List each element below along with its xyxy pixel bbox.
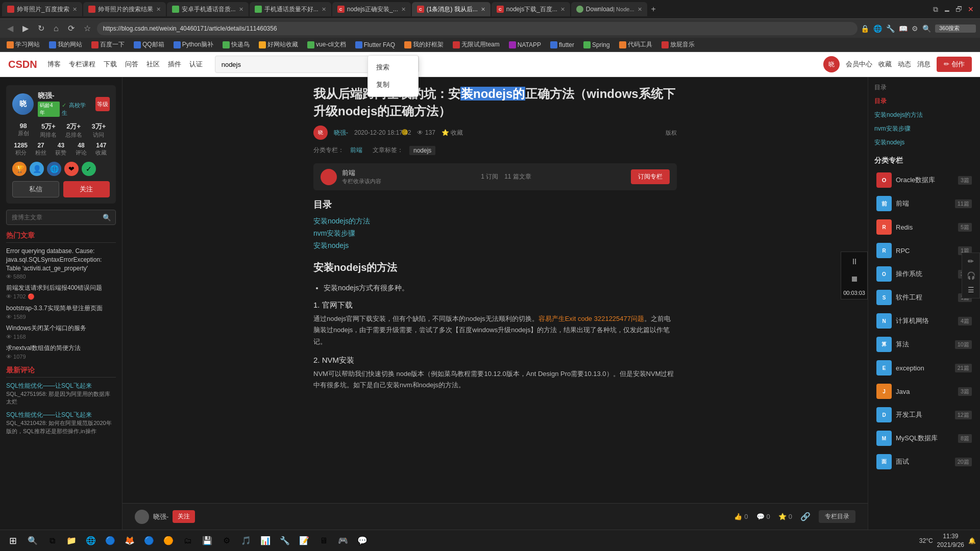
- classify-item-interview[interactable]: 面 面试 20篇: [874, 452, 974, 471]
- history-button[interactable]: ⟳: [65, 22, 78, 34]
- tab-baidu-photos1[interactable]: 帅哥照片_百度搜索 ✕: [2, 2, 82, 16]
- hot-article-3[interactable]: bootstrap-3.3.7实现简单登注册页面 👁 1589: [6, 304, 116, 320]
- tag-nodejs[interactable]: nodejs: [409, 146, 435, 155]
- share-icon[interactable]: 🔗: [800, 512, 811, 521]
- extension-icon-5[interactable]: ⚙: [912, 24, 918, 33]
- bottom-collect-action[interactable]: ⭐ 0: [778, 513, 792, 520]
- nav-blog[interactable]: 博客: [47, 60, 61, 69]
- tab-close-3[interactable]: ✕: [239, 6, 243, 13]
- toc-link-3[interactable]: 安装nodejs: [313, 241, 349, 249]
- exit-code-link[interactable]: 容易产生Exit code 3221225477问题: [538, 315, 644, 322]
- 360-search-input[interactable]: [935, 24, 976, 33]
- bookmark-music[interactable]: 放屁音乐: [659, 39, 697, 50]
- toc-panel-link-toc[interactable]: 目录: [874, 96, 974, 107]
- classify-item-se[interactable]: S 软件工程 1篇: [874, 288, 974, 307]
- taskbar-app-14[interactable]: 🎮: [334, 532, 352, 549]
- tab-nodejs-official[interactable]: Download | Node... ✕: [571, 2, 647, 16]
- classify-item-frontend[interactable]: 前 前端 11篇: [874, 194, 974, 213]
- toc-panel-link-nvm-steps[interactable]: nvm安装步骤: [874, 123, 974, 134]
- side-menu-button[interactable]: ☰: [964, 284, 977, 296]
- bookmark-natapp[interactable]: NATAPP: [506, 40, 544, 49]
- video-stop-button[interactable]: ⏹: [847, 271, 862, 287]
- classify-item-redis[interactable]: R Redis 5篇: [874, 217, 974, 237]
- classify-item-devtools[interactable]: D 开发工具 12篇: [874, 405, 974, 424]
- minimize-window-button[interactable]: 🗕: [943, 5, 950, 14]
- classify-item-exception[interactable]: E exception 21篇: [874, 358, 974, 378]
- taskbar-chrome[interactable]: 🔵: [140, 532, 158, 549]
- classify-item-mysql[interactable]: M MySQL数据库 8篇: [874, 429, 974, 448]
- taskbar-app-5[interactable]: 🟠: [160, 532, 177, 549]
- extension-icon-2[interactable]: 🌐: [873, 24, 882, 33]
- toc-link-1[interactable]: 安装nodejs的方法: [313, 217, 370, 225]
- restore-window-button[interactable]: ⧉: [933, 5, 938, 14]
- message-button[interactable]: 私信: [12, 181, 59, 197]
- bottom-like-action[interactable]: 👍 0: [734, 513, 748, 520]
- taskbar-app-12[interactable]: 📝: [296, 532, 313, 549]
- tab-close-4[interactable]: ✕: [322, 6, 326, 13]
- column-directory-button[interactable]: 专栏目录: [819, 510, 855, 523]
- bookmark-flutter-faq[interactable]: Flutter FAQ: [353, 40, 398, 49]
- bookmark-favorites[interactable]: 好网站收藏: [256, 39, 301, 50]
- bottom-comment-action[interactable]: 💬 0: [756, 513, 770, 520]
- bookmark-vuecli[interactable]: vue-cli文档: [305, 39, 349, 50]
- maximize-window-button[interactable]: 🗗: [955, 5, 963, 14]
- extension-icon-4[interactable]: 📖: [899, 24, 908, 33]
- tab-android-call[interactable]: 安卓手机通话音质... ✕: [167, 2, 249, 16]
- bookmark-qqmail[interactable]: QQ邮箱: [131, 39, 167, 50]
- hot-article-2[interactable]: 前端发送请求到后端报400错误问题 👁 1702 🔴: [6, 284, 116, 300]
- tab-close-6[interactable]: ✕: [481, 6, 485, 13]
- extension-icon-1[interactable]: 🔒: [861, 24, 869, 33]
- nav-updates[interactable]: 动态: [898, 60, 911, 69]
- nav-vip[interactable]: 会员中心: [846, 60, 872, 69]
- classify-item-oracle[interactable]: O Oracle数据库 3篇: [874, 170, 974, 190]
- extension-icon-3[interactable]: 🔧: [886, 24, 895, 33]
- classify-item-java[interactable]: J Java 3篇: [874, 382, 974, 401]
- refresh-button[interactable]: ↻: [35, 22, 47, 34]
- taskbar-app-6[interactable]: 🗂: [179, 532, 197, 549]
- bookmark-unlimited[interactable]: 无限试用team: [450, 39, 502, 50]
- taskbar-app-13[interactable]: 🖥: [315, 532, 332, 549]
- hot-article-5[interactable]: 求nextval数组值的简便方法 👁 1079: [6, 344, 116, 360]
- tab-close-1[interactable]: ✕: [72, 6, 77, 13]
- taskbar-ie[interactable]: 🔵: [102, 532, 119, 549]
- bookmark-button[interactable]: ☆: [81, 22, 94, 34]
- side-edit-button[interactable]: ✏: [964, 255, 977, 267]
- follow-button[interactable]: 关注: [63, 181, 110, 197]
- side-headset-button[interactable]: 🎧: [964, 269, 977, 282]
- taskbar-app-3[interactable]: 🦊: [121, 532, 138, 549]
- bookmark-express[interactable]: 快递鸟: [220, 39, 252, 50]
- bookmark-framework[interactable]: 我的好框架: [402, 39, 446, 50]
- context-menu-copy[interactable]: 复制: [368, 76, 418, 93]
- subscribe-button[interactable]: 订阅专栏: [631, 169, 670, 184]
- url-input[interactable]: [97, 22, 857, 35]
- csdn-search-input[interactable]: [215, 61, 389, 68]
- back-button[interactable]: ◀: [4, 22, 16, 34]
- taskbar-file-explorer[interactable]: 📁: [63, 532, 80, 549]
- bookmark-python[interactable]: Python脑补: [171, 39, 216, 50]
- tab-close-5[interactable]: ✕: [401, 6, 406, 13]
- taskbar-wechat[interactable]: 💬: [354, 532, 371, 549]
- nav-download[interactable]: 下载: [104, 60, 117, 69]
- csdn-logo[interactable]: CSDN: [8, 59, 37, 70]
- taskbar-task-view[interactable]: ⧉: [43, 532, 61, 549]
- toc-panel-link-install-nodejs[interactable]: 安装nodejs: [874, 137, 974, 148]
- nav-qa[interactable]: 问答: [125, 60, 138, 69]
- nav-collections[interactable]: 收藏: [878, 60, 892, 69]
- toc-link-2[interactable]: nvm安装步骤: [313, 229, 355, 237]
- bookmark-learning[interactable]: 学习网站: [4, 39, 42, 50]
- taskbar-notification[interactable]: 🔔: [968, 537, 976, 544]
- bottom-follow-button[interactable]: 关注: [173, 510, 195, 523]
- home-button[interactable]: ⌂: [51, 23, 62, 34]
- blog-search-button[interactable]: 🔍: [99, 214, 115, 221]
- bookmark-flutter[interactable]: flutter: [548, 40, 577, 49]
- classify-item-rpc[interactable]: R RPC 1篇: [874, 241, 974, 260]
- write-button[interactable]: ✏ 创作: [937, 57, 972, 72]
- nav-plugins[interactable]: 插件: [168, 60, 181, 69]
- nav-community[interactable]: 社区: [146, 60, 160, 69]
- hot-article-1[interactable]: Error querying database. Cause: java.sql…: [6, 247, 116, 280]
- taskbar-edge[interactable]: 🌐: [82, 532, 100, 549]
- article-author-name[interactable]: 晓强-: [334, 129, 348, 137]
- bookmark-spring[interactable]: Spring: [581, 40, 612, 49]
- nav-cert[interactable]: 认证: [189, 60, 203, 69]
- nav-messages[interactable]: 消息: [917, 60, 930, 69]
